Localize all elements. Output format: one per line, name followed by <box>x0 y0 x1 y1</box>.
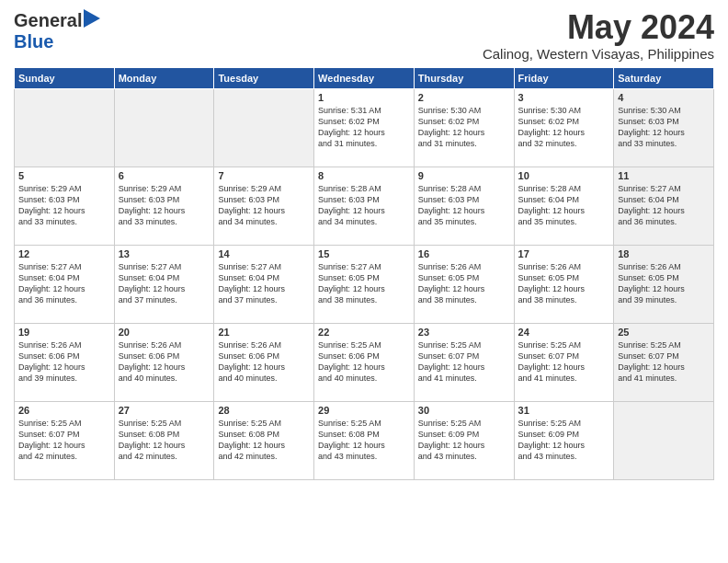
cell-line: and 37 minutes. <box>119 294 210 305</box>
cell-line: Sunrise: 5:25 AM <box>318 418 410 429</box>
cell-line: Sunset: 6:05 PM <box>418 272 510 283</box>
cell-line: Daylight: 12 hours <box>618 127 710 138</box>
cell-content: Sunrise: 5:26 AMSunset: 6:06 PMDaylight:… <box>119 339 210 385</box>
cell-line: Sunset: 6:08 PM <box>318 429 410 440</box>
cell-line: and 33 minutes. <box>119 216 210 227</box>
day-number: 11 <box>618 170 710 181</box>
cell-line: Sunset: 6:03 PM <box>318 194 410 205</box>
cell-line: and 37 minutes. <box>218 294 310 305</box>
day-number: 19 <box>18 327 110 338</box>
cell-line: Daylight: 12 hours <box>518 283 610 294</box>
calendar-cell: 30Sunrise: 5:25 AMSunset: 6:09 PMDayligh… <box>414 401 514 479</box>
cell-content: Sunrise: 5:25 AMSunset: 6:07 PMDaylight:… <box>618 339 710 385</box>
day-number: 27 <box>119 405 210 416</box>
calendar-cell: 27Sunrise: 5:25 AMSunset: 6:08 PMDayligh… <box>114 401 214 479</box>
cell-line: Daylight: 12 hours <box>418 362 510 373</box>
calendar-cell: 7Sunrise: 5:29 AMSunset: 6:03 PMDaylight… <box>214 167 314 245</box>
cell-line: and 35 minutes. <box>518 216 610 227</box>
cell-content: Sunrise: 5:27 AMSunset: 6:05 PMDaylight:… <box>318 261 410 306</box>
day-number: 6 <box>119 170 210 181</box>
cell-line: Sunrise: 5:29 AM <box>218 183 310 194</box>
cell-line: Sunset: 6:02 PM <box>318 116 410 127</box>
calendar-week-row: 1Sunrise: 5:31 AMSunset: 6:02 PMDaylight… <box>15 88 714 167</box>
cell-content: Sunrise: 5:28 AMSunset: 6:03 PMDaylight:… <box>318 183 410 228</box>
cell-line: and 40 minutes. <box>318 373 410 384</box>
cell-line: and 36 minutes. <box>618 216 710 227</box>
cell-line: Daylight: 12 hours <box>318 283 410 294</box>
cell-line: Sunset: 6:06 PM <box>218 350 310 362</box>
calendar-cell: 26Sunrise: 5:25 AMSunset: 6:07 PMDayligh… <box>15 401 115 479</box>
day-number: 14 <box>218 248 310 259</box>
cell-line: and 41 minutes. <box>518 373 610 384</box>
calendar-cell: 5Sunrise: 5:29 AMSunset: 6:03 PMDaylight… <box>15 167 115 245</box>
cell-content: Sunrise: 5:25 AMSunset: 6:06 PMDaylight:… <box>318 339 410 385</box>
cell-line: and 38 minutes. <box>418 294 510 305</box>
calendar-week-row: 5Sunrise: 5:29 AMSunset: 6:03 PMDaylight… <box>15 167 714 245</box>
cell-line: Sunrise: 5:27 AM <box>119 261 210 272</box>
calendar-cell: 16Sunrise: 5:26 AMSunset: 6:05 PMDayligh… <box>414 245 514 323</box>
cell-content: Sunrise: 5:25 AMSunset: 6:09 PMDaylight:… <box>418 418 510 463</box>
day-number: 16 <box>418 248 510 259</box>
weekday-header-cell: Saturday <box>614 67 714 88</box>
cell-line: Sunset: 6:05 PM <box>618 272 710 283</box>
cell-content: Sunrise: 5:30 AMSunset: 6:02 PMDaylight:… <box>418 105 510 150</box>
logo: General Blue <box>14 9 100 52</box>
day-number: 5 <box>18 170 110 181</box>
calendar-body: 1Sunrise: 5:31 AMSunset: 6:02 PMDaylight… <box>15 88 714 479</box>
calendar-cell: 25Sunrise: 5:25 AMSunset: 6:07 PMDayligh… <box>614 323 714 401</box>
svg-marker-0 <box>84 9 100 28</box>
calendar-cell: 3Sunrise: 5:30 AMSunset: 6:02 PMDaylight… <box>514 88 614 167</box>
cell-line: Sunrise: 5:27 AM <box>18 261 110 272</box>
location-title: Calinog, Western Visayas, Philippines <box>483 46 714 62</box>
cell-line: and 40 minutes. <box>218 373 310 384</box>
cell-line: Sunrise: 5:25 AM <box>18 418 110 429</box>
day-number: 28 <box>218 405 310 416</box>
day-number: 25 <box>618 327 710 338</box>
day-number: 17 <box>518 248 610 259</box>
cell-line: and 35 minutes. <box>418 216 510 227</box>
month-title: May 2024 <box>483 9 714 46</box>
cell-line: and 38 minutes. <box>318 294 410 305</box>
cell-line: and 41 minutes. <box>418 373 510 384</box>
day-number: 23 <box>418 327 510 338</box>
cell-line: Daylight: 12 hours <box>518 440 610 451</box>
cell-line: Sunrise: 5:26 AM <box>218 339 310 350</box>
cell-line: and 38 minutes. <box>518 294 610 305</box>
cell-line: Daylight: 12 hours <box>618 283 710 294</box>
cell-line: Sunset: 6:04 PM <box>618 194 710 205</box>
cell-line: Daylight: 12 hours <box>119 440 210 451</box>
weekday-header-cell: Monday <box>114 67 214 88</box>
cell-line: Sunset: 6:08 PM <box>218 429 310 440</box>
cell-line: Sunset: 6:04 PM <box>119 272 210 283</box>
calendar-cell <box>15 88 115 167</box>
cell-line: Daylight: 12 hours <box>218 362 310 373</box>
cell-line: Sunset: 6:03 PM <box>119 194 210 205</box>
cell-line: and 34 minutes. <box>218 216 310 227</box>
cell-line: Sunrise: 5:26 AM <box>618 261 710 272</box>
weekday-header-cell: Thursday <box>414 67 514 88</box>
cell-line: Sunrise: 5:25 AM <box>418 418 510 429</box>
cell-line: Sunrise: 5:25 AM <box>518 339 610 350</box>
cell-line: Daylight: 12 hours <box>418 283 510 294</box>
cell-line: Sunrise: 5:29 AM <box>18 183 110 194</box>
cell-line: and 33 minutes. <box>618 138 710 149</box>
cell-line: Sunrise: 5:26 AM <box>418 261 510 272</box>
day-number: 26 <box>18 405 110 416</box>
cell-line: and 43 minutes. <box>318 451 410 462</box>
cell-line: Sunrise: 5:30 AM <box>518 105 610 116</box>
cell-line: Daylight: 12 hours <box>119 205 210 216</box>
calendar-cell: 21Sunrise: 5:26 AMSunset: 6:06 PMDayligh… <box>214 323 314 401</box>
cell-line: Sunrise: 5:25 AM <box>418 339 510 350</box>
cell-line: Sunrise: 5:25 AM <box>318 339 410 350</box>
cell-line: and 36 minutes. <box>18 294 110 305</box>
cell-line: Sunset: 6:07 PM <box>618 350 710 362</box>
cell-line: and 40 minutes. <box>119 373 210 384</box>
cell-content: Sunrise: 5:25 AMSunset: 6:07 PMDaylight:… <box>418 339 510 385</box>
cell-line: Sunrise: 5:27 AM <box>218 261 310 272</box>
cell-line: Daylight: 12 hours <box>518 362 610 373</box>
cell-line: and 43 minutes. <box>418 451 510 462</box>
cell-line: Sunset: 6:05 PM <box>518 272 610 283</box>
calendar-cell: 12Sunrise: 5:27 AMSunset: 6:04 PMDayligh… <box>15 245 115 323</box>
cell-line: Sunset: 6:09 PM <box>518 429 610 440</box>
calendar-table: SundayMondayTuesdayWednesdayThursdayFrid… <box>14 67 714 480</box>
